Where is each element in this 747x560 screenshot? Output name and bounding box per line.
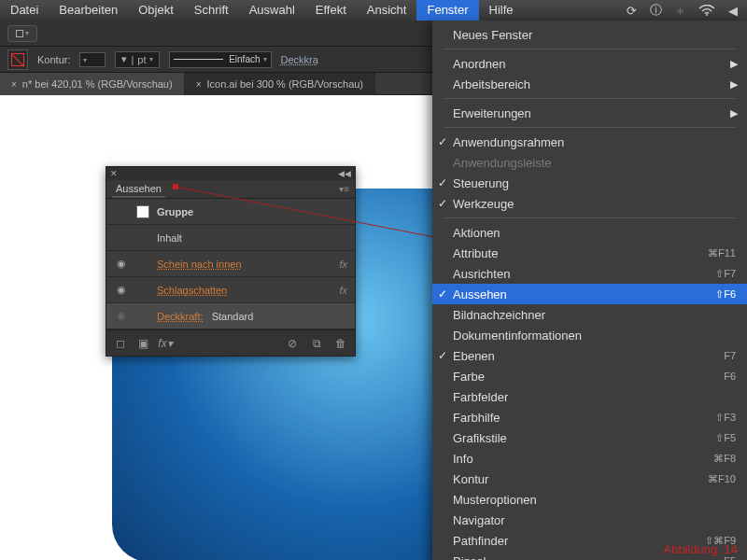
stroke-style[interactable]: Einfach [169,51,272,68]
stroke-weight[interactable]: ▾ |pt [115,51,159,68]
fx-icon: fx [339,259,347,270]
menubar: DateiBearbeitenObjektSchriftAuswahlEffek… [0,0,747,21]
menu-item-bildnachzeichner[interactable]: Bildnachzeichner [432,304,747,325]
new-stroke-icon[interactable]: ◻ [114,337,127,350]
shortcut: F7 [724,350,736,361]
shortcut: ⌘F8 [713,453,736,465]
menu-item-erweiterungen[interactable]: Erweiterungen▶ [432,103,747,123]
menu-effekt[interactable]: Effekt [305,0,357,21]
menu-item-ausrichten[interactable]: Ausrichten⇧F7 [432,263,747,284]
no-fill-icon[interactable] [7,49,28,70]
menu-schrift[interactable]: Schrift [184,0,239,21]
panel-titlebar[interactable]: ✕ ◀◀ [106,167,355,180]
figure-caption: Abbildung: 14 [663,542,738,556]
submenu-icon: ▶ [730,78,738,91]
menu-item-dokumentinformationen[interactable]: Dokumentinformationen [432,325,747,345]
menu-datei[interactable]: Datei [0,0,49,21]
shortcut: ⇧F6 [715,288,736,301]
submenu-icon: ▶ [730,107,738,119]
document-tab[interactable]: ×Icon.ai bei 300 % (RGB/Vorschau) [185,73,375,95]
appearance-row[interactable]: Gruppe [106,199,355,225]
panel-footer: ◻ ▣ fx▾ ⊘ ⧉ 🗑 [106,329,355,356]
info-icon[interactable]: ⓘ [650,2,662,19]
sync-icon[interactable]: ⟳ [627,4,637,18]
check-icon: ✓ [438,176,447,189]
menu-item-steuerung[interactable]: ✓Steuerung [432,173,747,193]
menu-item-grafikstile[interactable]: Grafikstile⇧F5 [432,427,747,448]
menu-item-attribute[interactable]: Attribute⌘F11 [432,243,747,263]
menu-item-farbe[interactable]: FarbeF6 [432,366,747,386]
volume-icon[interactable]: ◀ [728,4,738,18]
menu-item-farbfelder[interactable]: Farbfelder [432,386,747,407]
menu-item-neues-fenster[interactable]: Neues Fenster [432,24,747,45]
close-icon[interactable]: ✕ [110,169,118,178]
shortcut: ⌘F10 [708,473,736,485]
fx-icon: fx [339,285,347,296]
submenu-icon: ▶ [730,58,738,70]
panel-menu-icon[interactable]: ▾≡ [339,184,349,194]
check-icon: ✓ [438,135,447,148]
clear-icon[interactable]: ⊘ [286,337,299,350]
opacity-link[interactable]: Deckkraft: [157,311,204,322]
appearance-row[interactable]: ◉Deckkraft: Standard [106,303,355,329]
menu-item-anwendungsrahmen[interactable]: ✓Anwendungsrahmen [432,132,747,152]
check-icon: ✓ [438,287,447,301]
menu-hilfe[interactable]: Hilfe [479,0,524,21]
menu-item-anwendungsleiste: Anwendungsleiste [432,152,747,173]
svg-point-0 [706,14,708,16]
menu-item-aussehen[interactable]: ✓Aussehen⇧F6 [432,284,747,304]
appearance-row[interactable]: ◉Schlagschattenfx [106,277,355,303]
swatch-icon [136,205,149,218]
effect-link[interactable]: Schein nach innen [157,259,242,270]
close-tab-icon[interactable]: × [11,79,17,90]
menu-item-ebenen[interactable]: ✓EbenenF7 [432,345,747,366]
kontur-label: Kontur: [37,54,70,65]
menu-item-arbeitsbereich[interactable]: Arbeitsbereich▶ [432,74,747,94]
shortcut: ⌘F11 [708,247,736,259]
close-tab-icon[interactable]: × [196,79,202,90]
visibility-icon[interactable]: ◉ [114,284,129,296]
visibility-icon[interactable]: ◉ [114,310,129,322]
view-mode-dropdown[interactable] [7,25,37,42]
shortcut: ⇧F7 [715,268,736,280]
menu-item-anordnen[interactable]: Anordnen▶ [432,53,747,74]
menu-item-farbhilfe[interactable]: Farbhilfe⇧F3 [432,407,747,427]
check-icon: ✓ [438,349,447,362]
bluetooth-icon[interactable]: ∗ [675,4,685,18]
appearance-panel[interactable]: ✕ ◀◀ Aussehen ▾≡ GruppeInhalt◉Schein nac… [106,166,356,357]
menu-item-navigator[interactable]: Navigator [432,510,747,530]
menu-ansicht[interactable]: Ansicht [357,0,417,21]
annotation-marker [173,184,178,189]
collapse-icon[interactable]: ◀◀ [338,169,351,178]
menu-bearbeiten[interactable]: Bearbeiten [49,0,128,21]
menu-item-aktionen[interactable]: Aktionen [432,222,747,243]
trash-icon[interactable]: 🗑 [334,337,347,350]
fenster-menu[interactable]: Neues FensterAnordnen▶Arbeitsbereich▶Erw… [432,21,747,560]
shortcut: ⇧F3 [715,412,736,424]
shortcut: ⇧F5 [715,432,736,444]
appearance-row[interactable]: Inhalt [106,225,355,251]
new-fill-icon[interactable]: ▣ [136,337,149,350]
panel-tab-appearance[interactable]: Aussehen [112,181,165,198]
wifi-icon[interactable] [698,5,715,16]
shortcut: F6 [724,371,736,382]
effect-link[interactable]: Schlagschatten [157,285,227,296]
menu-fenster[interactable]: Fenster [416,0,478,21]
opacity-label[interactable]: Deckkra [281,54,318,65]
menu-objekt[interactable]: Objekt [128,0,184,21]
menu-item-kontur[interactable]: Kontur⌘F10 [432,469,747,489]
menu-item-info[interactable]: Info⌘F8 [432,448,747,469]
check-icon: ✓ [438,197,447,210]
menu-auswahl[interactable]: Auswahl [239,0,305,21]
panel-body: GruppeInhalt◉Schein nach innenfx◉Schlags… [106,199,355,329]
duplicate-icon[interactable]: ⧉ [310,337,323,350]
appearance-row[interactable]: ◉Schein nach innenfx [106,251,355,277]
menu-item-werkzeuge[interactable]: ✓Werkzeuge [432,193,747,214]
document-tab[interactable]: ×n* bei 420,01 % (RGB/Vorschau) [0,73,185,95]
fx-menu-icon[interactable]: fx▾ [159,337,172,350]
menu-item-musteroptionen[interactable]: Musteroptionen [432,489,747,510]
visibility-icon[interactable]: ◉ [114,258,129,270]
stroke-swatch[interactable] [79,52,106,67]
